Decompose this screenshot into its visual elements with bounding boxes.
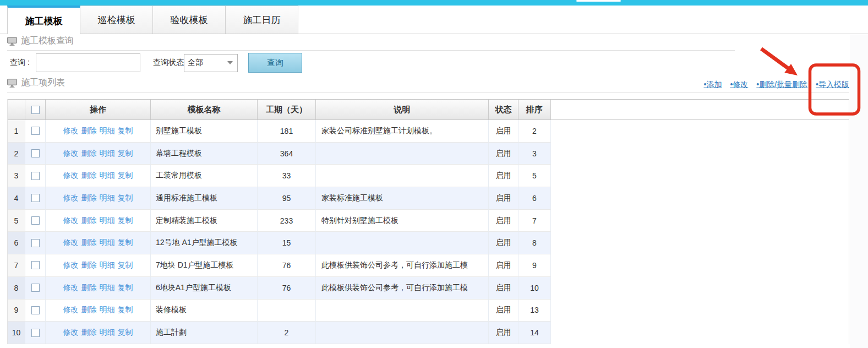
table-row: 7 修改删除明细复制 7地块 D1户型施工模板 76 此模板供装饰公司参考，可自… [8,254,849,277]
order-cell: 13 [518,300,551,322]
row-action-edit[interactable]: 修改 [63,149,79,159]
toolbar-link-add[interactable]: •添加 [703,80,722,90]
status-cell: 启用 [489,165,518,187]
row-action-copy[interactable]: 复制 [118,149,133,159]
row-action-edit[interactable]: 修改 [63,238,79,248]
row-action-delete[interactable]: 删除 [81,238,97,248]
row-action-delete[interactable]: 删除 [81,171,97,181]
row-action-detail[interactable]: 明细 [100,305,115,315]
row-action-delete[interactable]: 删除 [81,283,97,293]
row-action-edit[interactable]: 修改 [63,283,79,293]
row-action-detail[interactable]: 明细 [100,238,115,248]
list-section-title: 施工项列表 [21,77,65,89]
status-select[interactable]: 全部 [184,54,238,72]
row-action-detail[interactable]: 明细 [100,149,115,159]
row-action-edit[interactable]: 修改 [63,328,79,338]
row-number: 1 [8,120,25,143]
query-form: 查询 : 查询状态 全部 查询 [7,53,302,73]
row-checkbox-cell [25,277,46,300]
row-action-delete[interactable]: 删除 [81,193,97,203]
row-checkbox[interactable] [31,194,40,202]
select-all-checkbox[interactable] [31,106,40,114]
row-action-detail[interactable]: 明细 [100,216,115,226]
query-input[interactable] [36,53,140,72]
row-checkbox[interactable] [31,306,40,314]
template-name-cell: 定制精装施工模板 [151,210,258,232]
description-cell [316,322,489,344]
table-row: 2 修改删除明细复制 幕墙工程模板 364 启用 3 [8,143,849,165]
row-action-detail[interactable]: 明细 [100,193,115,203]
row-checkbox[interactable] [31,127,40,135]
row-filler [551,120,849,143]
row-action-detail[interactable]: 明细 [100,283,115,293]
row-action-copy[interactable]: 复制 [118,171,133,181]
row-action-copy[interactable]: 复制 [118,126,133,136]
tab-acceptance-template[interactable]: 验收模板 [152,6,226,34]
row-action-copy[interactable]: 复制 [118,238,133,248]
table-row: 9 修改删除明细复制 装修模板 启用 13 [8,300,849,322]
order-cell: 14 [518,322,551,344]
order-cell: 10 [518,277,551,300]
duration-cell: 95 [258,187,316,210]
header-template-name: 模板名称 [151,100,258,119]
row-action-copy[interactable]: 复制 [118,328,133,338]
duration-cell: 2 [258,322,316,344]
row-action-edit[interactable]: 修改 [63,305,79,315]
row-checkbox[interactable] [31,329,40,337]
row-action-delete[interactable]: 删除 [81,149,97,159]
search-button[interactable]: 查询 [248,53,302,73]
row-checkbox[interactable] [31,149,40,157]
table-row: 3 修改删除明细复制 工装常用模板 33 启用 5 [8,165,849,187]
row-action-delete[interactable]: 删除 [81,126,97,136]
order-cell: 3 [518,143,551,165]
description-cell [316,165,489,187]
row-action-delete[interactable]: 删除 [81,328,97,338]
row-number: 10 [8,322,25,344]
row-checkbox[interactable] [31,172,40,180]
tab-inspection-template[interactable]: 巡检模板 [80,6,153,34]
row-number: 7 [8,254,25,277]
row-action-detail[interactable]: 明细 [100,260,115,270]
row-action-detail[interactable]: 明细 [100,171,115,181]
description-cell: 家装标准施工模板 [316,187,489,210]
row-filler [551,300,849,322]
row-action-edit[interactable]: 修改 [63,216,79,226]
row-action-detail[interactable]: 明细 [100,328,115,338]
status-cell: 启用 [489,232,518,254]
row-checkbox-cell [25,322,46,344]
duration-cell: 76 [258,254,316,277]
row-action-delete[interactable]: 删除 [81,305,97,315]
row-action-copy[interactable]: 复制 [118,283,133,293]
toolbar-link-import-template[interactable]: •导入模版 [816,80,849,90]
row-action-delete[interactable]: 删除 [81,260,97,270]
row-checkbox[interactable] [31,239,40,247]
row-checkbox[interactable] [31,261,40,269]
row-action-edit[interactable]: 修改 [63,260,79,270]
query-section-title: 施工模板查询 [21,35,74,47]
row-filler [551,143,849,165]
row-action-delete[interactable]: 删除 [81,216,97,226]
row-action-copy[interactable]: 复制 [118,305,133,315]
row-action-copy[interactable]: 复制 [118,193,133,203]
row-action-copy[interactable]: 复制 [118,216,133,226]
order-cell: 6 [518,187,551,210]
top-accent-bar [0,0,868,6]
table-row: 1 修改删除明细复制 别墅施工模板 181 家装公司标准别墅施工计划模板。 启用… [8,120,849,143]
row-number: 9 [8,300,25,322]
row-action-detail[interactable]: 明细 [100,126,115,136]
duration-cell: 15 [258,232,316,254]
row-action-copy[interactable]: 复制 [118,260,133,270]
row-checkbox[interactable] [31,284,40,292]
row-filler [551,277,849,300]
tab-construction-calendar[interactable]: 施工日历 [225,6,298,34]
toolbar-link-delete-batch[interactable]: •删除/批量删除 [756,80,807,90]
row-action-edit[interactable]: 修改 [63,126,79,136]
tab-construction-template[interactable]: 施工模板 [7,6,80,34]
row-action-edit[interactable]: 修改 [63,171,79,181]
row-checkbox-cell [25,187,46,210]
row-checkbox[interactable] [31,216,40,225]
toolbar-link-edit[interactable]: •修改 [730,80,748,90]
description-cell [316,143,489,165]
row-action-edit[interactable]: 修改 [63,193,79,203]
duration-cell: 33 [258,165,316,187]
